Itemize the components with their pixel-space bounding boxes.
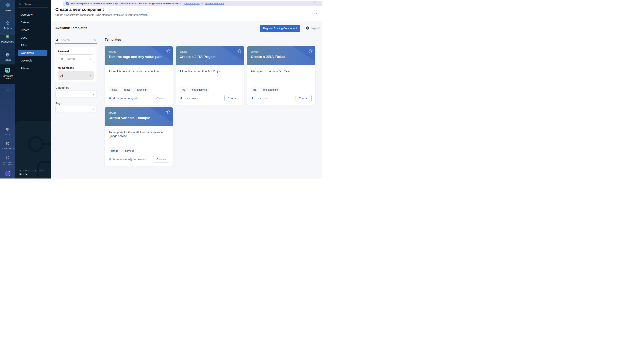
rail-item-account-settings[interactable]: ACCOUNTSETTINGS bbox=[0, 156, 15, 166]
card-owner-link[interactable]: user:owner bbox=[251, 96, 270, 100]
card-owner-link[interactable]: debabrata.panigrahi bbox=[108, 96, 138, 100]
card-tags: jira management bbox=[180, 87, 240, 92]
card-owner-link[interactable]: user:owner bbox=[180, 96, 198, 100]
banner-close-icon[interactable]: ✕ bbox=[314, 1, 316, 4]
tag-chip: react bbox=[122, 87, 132, 92]
tag-chip: nextjs bbox=[108, 87, 120, 92]
card-description: An template for the scaffolder that crea… bbox=[108, 130, 169, 138]
chevron-down-icon bbox=[92, 93, 95, 96]
rail-item-label: HELP bbox=[5, 134, 10, 136]
support-button[interactable]: ? Support bbox=[306, 26, 320, 30]
rail-item-help[interactable]: ? HELP bbox=[0, 128, 15, 136]
person-icon bbox=[108, 96, 112, 100]
rail-item-developer-portal[interactable]: DeveloperPortal bbox=[0, 68, 15, 80]
starred-count: 0 bbox=[90, 57, 91, 60]
svg-text:∞: ∞ bbox=[7, 36, 8, 38]
tag-chip: jira bbox=[180, 87, 188, 92]
avatar: D bbox=[5, 171, 10, 176]
tags-select[interactable] bbox=[55, 106, 97, 113]
rail-item-label: Home bbox=[5, 9, 10, 12]
rail-item-label: Projects bbox=[4, 27, 12, 30]
rail-item-projects[interactable]: Projects bbox=[0, 21, 15, 30]
provide-feedback-link[interactable]: Provide Feedback bbox=[204, 2, 224, 5]
company-section-heading: My Company bbox=[58, 66, 94, 69]
sidebar-item-create[interactable]: Create bbox=[18, 27, 47, 33]
categories-label: Categories bbox=[56, 86, 69, 89]
home-icon bbox=[5, 2, 10, 8]
all-filter-row[interactable]: All 4 bbox=[58, 71, 94, 80]
choose-button[interactable]: Choose bbox=[153, 95, 169, 101]
star-icon[interactable] bbox=[166, 110, 170, 114]
kebab-menu-icon[interactable] bbox=[315, 10, 318, 14]
card-owner: bhavya.sinha@harness.io bbox=[113, 158, 146, 161]
sidebar-item-overview[interactable]: Overview bbox=[18, 12, 47, 18]
rail-item-label: DeveloperPortal bbox=[2, 75, 13, 80]
sidebar-item-admin[interactable]: Admin bbox=[18, 66, 47, 71]
rail-item-home[interactable]: Home bbox=[0, 2, 15, 12]
developer-portal-icon bbox=[5, 68, 10, 74]
categories-select[interactable] bbox=[55, 90, 97, 98]
card-owner: user:owner bbox=[256, 96, 270, 100]
starred-filter-row[interactable]: Starred 0 bbox=[58, 54, 94, 63]
rail-item-deployments[interactable]: ∞ Deployments bbox=[0, 34, 15, 43]
sidebar-item-workflows[interactable]: Workflows bbox=[18, 50, 47, 56]
star-icon[interactable] bbox=[308, 49, 313, 53]
search-icon bbox=[19, 2, 22, 6]
star-icon[interactable] bbox=[237, 49, 242, 53]
card-footer: user:owner Choose bbox=[251, 95, 312, 101]
rail-item-module-selector[interactable] bbox=[0, 87, 15, 93]
card-footer: user:owner Choose bbox=[180, 95, 240, 101]
rail-item-dashboards[interactable]: DASHBOARDS bbox=[0, 142, 15, 150]
divider bbox=[18, 8, 48, 8]
contact-sales-link[interactable]: Contact Sales bbox=[184, 2, 200, 5]
template-card: service Create a JIRA Project A template… bbox=[176, 46, 244, 105]
card-type: service bbox=[180, 50, 240, 53]
card-title: Output Variable Example bbox=[108, 116, 169, 120]
sidebar-item-catalog[interactable]: Catalog bbox=[18, 20, 47, 25]
dashboards-icon bbox=[6, 142, 10, 146]
tag-chip: jira bbox=[251, 87, 259, 92]
rail-item-user-avatar[interactable]: D bbox=[0, 171, 15, 176]
card-owner-link[interactable]: bhavya.sinha@harness.io bbox=[108, 158, 146, 161]
card-body: An template for the scaffolder that crea… bbox=[105, 126, 173, 166]
register-existing-component-button[interactable]: Register Existing Component bbox=[260, 25, 300, 32]
rail-item-label: Builds bbox=[5, 59, 11, 62]
card-footer: bhavya.sinha@harness.io Choose bbox=[108, 156, 169, 162]
card-tags: nextjs react javascript bbox=[108, 87, 169, 92]
template-card: service Test the tags and key value pair… bbox=[105, 46, 173, 105]
card-type: service bbox=[251, 50, 312, 53]
choose-button[interactable]: Choose bbox=[224, 95, 240, 101]
decorative-ring bbox=[28, 136, 44, 152]
page-subtitle: Create new software components using sta… bbox=[55, 14, 148, 16]
rail-item-builds[interactable]: Builds bbox=[0, 52, 15, 62]
sidebar-item-apis[interactable]: APIs bbox=[18, 42, 47, 48]
sidebar-item-devtools[interactable]: DevTools bbox=[18, 58, 47, 63]
tag-chip: management bbox=[190, 87, 209, 92]
sidebar-footer: INTERNAL DEVELOPER Portal bbox=[15, 121, 51, 178]
clear-search-icon[interactable]: ✕ bbox=[94, 38, 96, 42]
sidebar-search[interactable]: Search bbox=[19, 2, 48, 6]
deployments-icon: ∞ bbox=[6, 34, 10, 40]
rail-item-label: DASHBOARDS bbox=[1, 148, 14, 150]
banner-or-text: or bbox=[201, 2, 203, 5]
question-circle-icon: ? bbox=[306, 26, 309, 30]
card-tags: django harness bbox=[108, 148, 169, 153]
card-title: Test the tags and key value pair bbox=[108, 55, 169, 59]
svg-text:i: i bbox=[67, 2, 68, 4]
svg-text:?: ? bbox=[7, 128, 8, 130]
card-type: service bbox=[108, 112, 169, 114]
projects-icon bbox=[6, 21, 10, 26]
template-search-input[interactable] bbox=[61, 38, 90, 42]
templates-heading: Templates bbox=[105, 38, 121, 42]
banner-message: Your Enterprise IDP trial expires in 946… bbox=[71, 2, 181, 5]
card-description: A template to test the new custom action bbox=[108, 69, 169, 73]
choose-button[interactable]: Choose bbox=[296, 95, 312, 101]
sidebar-item-docs[interactable]: Docs bbox=[18, 35, 47, 40]
star-icon[interactable] bbox=[166, 49, 170, 53]
card-footer: debabrata.panigrahi Choose bbox=[108, 95, 169, 101]
choose-button[interactable]: Choose bbox=[153, 156, 169, 162]
sidebar-search-label: Search bbox=[24, 2, 33, 6]
tag-chip: javascript bbox=[134, 87, 150, 92]
gear-icon bbox=[6, 156, 10, 160]
tag-chip: harness bbox=[123, 148, 136, 153]
